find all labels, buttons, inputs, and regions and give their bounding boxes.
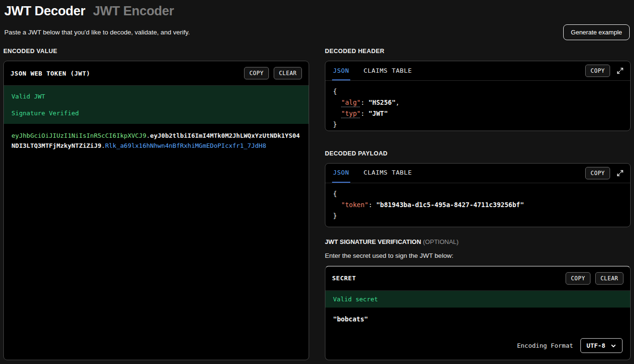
page-subtitle: Paste a JWT below that you'd like to dec… <box>4 29 190 36</box>
claim-value-token: "b81943ba-d1c5-495a-8427-4711c39256bf" <box>376 201 524 209</box>
jwt-card-title: JSON WEB TOKEN (JWT) <box>11 70 90 77</box>
tab-payload-claims-table[interactable]: CLAIMS TABLE <box>363 164 413 183</box>
tab-header-claims-table[interactable]: CLAIMS TABLE <box>363 61 413 80</box>
secret-card-actions: COPY CLEAR <box>566 272 623 285</box>
encoding-format-value: UTF-8 <box>587 342 605 349</box>
encoded-column: ENCODED VALUE JSON WEB TOKEN (JWT) COPY … <box>3 48 309 360</box>
jwt-signature-status: Signature Verified <box>11 110 301 117</box>
json-line: } <box>333 210 623 221</box>
json-line: { <box>333 86 623 97</box>
decoded-header-label: DECODED HEADER <box>325 48 631 55</box>
decoded-header-tabs: JSON CLAIMS TABLE <box>332 61 413 80</box>
decoded-header-tabbar: JSON CLAIMS TABLE COPY <box>325 61 630 81</box>
secret-instruction: Enter the secret used to sign the JWT be… <box>325 252 631 259</box>
encoded-card-header: JSON WEB TOKEN (JWT) COPY CLEAR <box>4 61 309 86</box>
claim-key-alg[interactable]: "alg" <box>341 99 361 106</box>
subtitle-row: Paste a JWT below that you'd like to dec… <box>3 24 631 40</box>
claim-key-typ[interactable]: "typ" <box>341 110 361 117</box>
decoded-header-actions: COPY <box>585 61 623 80</box>
json-comma: , <box>396 99 400 106</box>
jwt-valid-status: Valid JWT <box>11 93 301 100</box>
main-content: ENCODED VALUE JSON WEB TOKEN (JWT) COPY … <box>3 48 631 360</box>
decoded-payload-tabbar: JSON CLAIMS TABLE COPY <box>325 164 630 183</box>
json-colon: : <box>361 110 368 117</box>
jwt-token-signature-part: Rlk_a69lx16hNhwn4nBfRxhiMGmEDoPIcxfr1_7J… <box>105 142 267 149</box>
secret-clear-button[interactable]: CLEAR <box>595 272 623 285</box>
decoded-payload-expand-icon[interactable] <box>617 170 623 176</box>
decoded-payload-actions: COPY <box>585 164 623 183</box>
secret-card: SECRET COPY CLEAR Valid secret "bobcats"… <box>325 266 631 360</box>
json-colon: : <box>368 201 376 209</box>
encoded-value-card: JSON WEB TOKEN (JWT) COPY CLEAR Valid JW… <box>3 61 309 360</box>
json-brace: } <box>333 212 337 220</box>
decoded-header-card: JSON CLAIMS TABLE COPY { "alg": "HS256",… <box>325 61 631 131</box>
encoded-clear-button[interactable]: CLEAR <box>274 67 302 79</box>
encoded-value-label: ENCODED VALUE <box>3 48 309 55</box>
json-line: "token": "b81943ba-d1c5-495a-8427-4711c3… <box>333 199 623 210</box>
secret-footer: Encoding Format UTF-8 <box>325 332 630 360</box>
chevron-down-icon <box>611 343 616 349</box>
decoded-payload-copy-button[interactable]: COPY <box>585 167 610 179</box>
tab-jwt-decoder[interactable]: JWT Decoder <box>4 4 85 19</box>
tab-payload-json[interactable]: JSON <box>332 164 350 183</box>
decoded-header-expand-icon[interactable] <box>617 67 623 74</box>
jwt-token-input[interactable]: eyJhbGciOiJIUzI1NiIsInR5cCI6IkpXVCJ9.eyJ… <box>4 124 309 360</box>
encoding-format-select[interactable]: UTF-8 <box>580 338 623 353</box>
signature-verification-title-text: JWT SIGNATURE VERIFICATION <box>325 238 421 245</box>
generate-example-button[interactable]: Generate example <box>563 24 630 40</box>
decoded-payload-label: DECODED PAYLOAD <box>325 150 631 157</box>
secret-status: Valid secret <box>325 291 630 308</box>
secret-input[interactable]: "bobcats" <box>325 308 630 332</box>
decoded-column: DECODED HEADER JSON CLAIMS TABLE COPY <box>325 48 631 360</box>
secret-copy-button[interactable]: COPY <box>566 272 590 285</box>
jwt-token-separator: . <box>101 142 105 149</box>
json-line: { <box>333 188 623 199</box>
decoded-header-copy-button[interactable]: COPY <box>585 65 610 77</box>
jwt-token-header-part: eyJhbGciOiJIUzI1NiIsInR5cCI6IkpXVCJ9 <box>11 132 146 139</box>
jwt-decoder-page: JWT Decoder JWT Encoder Paste a JWT belo… <box>0 0 634 364</box>
json-brace: } <box>333 121 337 128</box>
claim-value-typ: "JWT" <box>368 110 388 117</box>
decoded-payload-tabs: JSON CLAIMS TABLE <box>332 164 413 183</box>
json-line: "alg": "HS256", <box>333 97 623 108</box>
decoded-payload-json: { "token": "b81943ba-d1c5-495a-8427-4711… <box>325 183 630 227</box>
tab-jwt-encoder[interactable]: JWT Encoder <box>93 4 174 19</box>
encoded-card-actions: COPY CLEAR <box>244 67 302 79</box>
encoded-copy-button[interactable]: COPY <box>244 67 269 79</box>
claim-key-token: "token" <box>341 201 368 209</box>
jwt-token-separator: . <box>146 132 150 139</box>
json-colon: : <box>361 99 368 106</box>
json-line: "typ": "JWT" <box>333 108 623 119</box>
json-line: } <box>333 119 623 130</box>
encoding-format-label: Encoding Format <box>517 342 573 349</box>
json-brace: { <box>333 88 337 95</box>
secret-card-title: SECRET <box>332 275 356 282</box>
signature-verification-optional: (OPTIONAL) <box>423 238 458 245</box>
decoded-header-json: { "alg": "HS256", "typ": "JWT" } <box>325 81 630 131</box>
decoded-payload-card: JSON CLAIMS TABLE COPY { "token": "b8194… <box>325 163 631 227</box>
signature-verification-title: JWT SIGNATURE VERIFICATION(OPTIONAL) <box>325 238 631 245</box>
tab-header-json[interactable]: JSON <box>332 61 350 80</box>
claim-value-alg: "HS256" <box>368 99 396 106</box>
jwt-status-strip: Valid JWT Signature Verified <box>4 86 309 124</box>
secret-card-header: SECRET COPY CLEAR <box>325 266 630 291</box>
app-title-tabs: JWT Decoder JWT Encoder <box>3 3 631 19</box>
json-brace: { <box>333 190 337 198</box>
